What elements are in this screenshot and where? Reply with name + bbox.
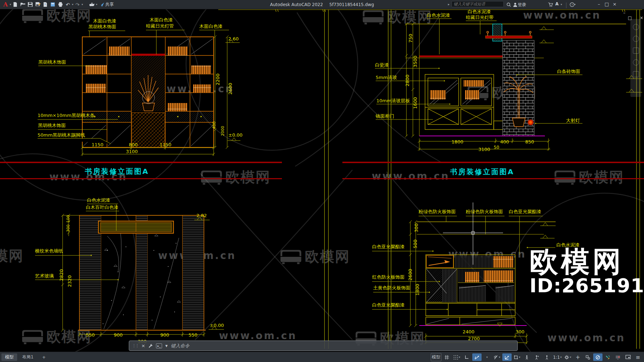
palette-grip[interactable]: ⋮⋮ (132, 343, 138, 348)
cart-icon[interactable] (547, 1, 554, 8)
plot-window-icon[interactable] (49, 1, 56, 8)
label-finish: 粉绿色防火板饰面 (466, 209, 503, 215)
share-icon[interactable] (98, 1, 105, 8)
dim-text: 900 (114, 333, 123, 338)
tab-model[interactable]: 模型 (1, 353, 17, 361)
tab-layout1[interactable]: 布局1 (19, 353, 37, 361)
site-watermark-brand: 欧模网 (530, 248, 644, 276)
export-icon[interactable] (42, 1, 49, 8)
cad-drawing-canvas[interactable] (0, 0, 644, 362)
label-finish: 土黄色防火板饰面 (373, 285, 410, 291)
search-expand-arrow[interactable]: ▸ (448, 3, 450, 6)
dim-text: 850 (525, 140, 534, 145)
drawing-bottom-right-cabinet (372, 202, 556, 344)
label-finish: 白色亚光聚酯漆 (372, 244, 405, 250)
chevron-down-icon[interactable]: ▾ (10, 3, 11, 6)
polar-tracking-icon[interactable] (472, 353, 482, 361)
dim-text: 2800 (405, 74, 410, 86)
dim-text: 2200 (215, 73, 220, 85)
chevron-down-icon[interactable]: ▾ (574, 3, 576, 6)
label-finish: 黑胡桃木饰面 (38, 60, 66, 65)
ortho-icon[interactable] (462, 353, 472, 361)
isolate-objects-icon[interactable]: + (573, 353, 582, 361)
redo-icon[interactable]: ↷ (74, 1, 81, 8)
login-label[interactable]: 登录 (518, 2, 526, 8)
statusbar: 模型 布局1 + 模型 ▾ ▾ ▾ ▾ 1:1▾ ▾ + ≡ (0, 352, 644, 362)
level-mark: 2.60 (228, 36, 239, 42)
close-icon[interactable]: × (141, 343, 145, 348)
dim-text: 300 (66, 225, 70, 232)
dim-text: 800 (129, 142, 138, 148)
chevron-down-icon[interactable]: ▾ (82, 3, 83, 6)
steering-icon[interactable] (633, 71, 639, 77)
annotation-scale-person-icon[interactable] (542, 353, 552, 361)
dim-text: 3500 (413, 55, 418, 67)
grid-icon[interactable] (442, 353, 452, 361)
annotation-autoscale-icon[interactable] (532, 353, 542, 361)
zoom-icon[interactable] (633, 48, 639, 54)
label-finish: 暗藏日光灯带 (466, 15, 494, 20)
dim-text: 2600 (408, 269, 413, 280)
label-finish: 白瓷漆 (375, 63, 389, 68)
isometric-drafting-icon[interactable]: ▾ (492, 353, 502, 361)
workspace-gear-icon[interactable]: ▾ (563, 353, 572, 361)
autodesk-app-icon[interactable]: A (555, 1, 558, 6)
search-icon[interactable] (505, 1, 512, 8)
label-finish: 大射灯 (566, 118, 580, 123)
drawing-title: 书房装修立面图A (85, 167, 149, 176)
label-finish: 10mm×10mm黑胡桃木条 (38, 113, 95, 118)
chevron-down-icon[interactable]: ▾ (482, 353, 492, 361)
dim-text: 2820 (59, 269, 64, 281)
customize-wrench-icon[interactable] (148, 343, 153, 348)
pan-icon[interactable] (633, 36, 639, 42)
command-input[interactable]: 键入命令 (171, 343, 189, 349)
share-label[interactable]: 共享 (105, 1, 114, 8)
site-watermark-id: ID:2651919 (530, 276, 644, 295)
label-finish: 白条砖饰面 (557, 69, 580, 74)
dim-text: 1800 (415, 284, 420, 295)
command-line-palette[interactable]: ⋮⋮ × ▸_ ▾ 键入命令 (129, 341, 518, 351)
fullscreen-icon[interactable] (623, 353, 633, 361)
label-finish: 白木百叶白色漆 (86, 205, 118, 210)
print-icon[interactable] (57, 1, 64, 8)
label-finish: 黑胡桃木饰面 (88, 24, 116, 30)
graphics-performance-icon[interactable] (593, 353, 602, 361)
open-folder-icon[interactable] (19, 1, 26, 8)
clean-screen-monitor-icon[interactable] (613, 353, 623, 361)
chevron-down-icon[interactable]: ▾ (72, 3, 73, 6)
teapot-render-icon[interactable] (88, 1, 95, 8)
save-icon[interactable] (27, 1, 34, 8)
chevron-down-icon[interactable]: ▾ (561, 3, 562, 6)
dim-text: 50 (494, 145, 499, 150)
navigation-bar[interactable] (630, 19, 641, 97)
customization-menu-icon[interactable]: ≡ (633, 353, 643, 361)
nav-wheel-icon[interactable] (633, 24, 639, 30)
model-space-button[interactable]: 模型 (431, 353, 441, 361)
recent-commands-icon[interactable]: ▸_ (156, 343, 162, 348)
label-finish: 黑胡桃木饰面 (38, 123, 66, 128)
snap-mode-icon[interactable]: ▾ (452, 353, 462, 361)
orbit-icon[interactable] (633, 59, 639, 65)
new-file-icon[interactable] (12, 1, 19, 8)
minimize-button[interactable]: – (595, 1, 602, 7)
close-button[interactable]: × (611, 1, 618, 7)
annotation-scale-value[interactable]: 1:1▾ (552, 353, 562, 361)
autocad-logo[interactable]: A (2, 1, 9, 8)
chevron-down-icon[interactable]: ▾ (96, 3, 97, 6)
save-as-icon[interactable] (34, 1, 41, 8)
object-snap-tracking-icon[interactable] (502, 353, 512, 361)
object-snap-icon[interactable]: ▾ (512, 353, 522, 361)
search-input[interactable] (452, 1, 504, 7)
annotation-monitor-icon[interactable] (603, 353, 613, 361)
maximize-button[interactable]: □ (603, 1, 610, 7)
quick-properties-icon[interactable] (583, 353, 592, 361)
undo-icon[interactable]: ↶ (64, 1, 71, 8)
dim-text: 750 (408, 34, 413, 43)
label-finish: 白色水泥漆 (427, 13, 450, 18)
label-finish: 木面白色漆 (93, 19, 116, 24)
label-finish: 5mm清玻 (376, 75, 397, 80)
svg-text:?: ? (571, 3, 573, 6)
add-layout-button[interactable]: + (39, 353, 49, 361)
level-mark: ±0.00 (228, 133, 243, 138)
annotation-visibility-icon[interactable] (522, 353, 532, 361)
